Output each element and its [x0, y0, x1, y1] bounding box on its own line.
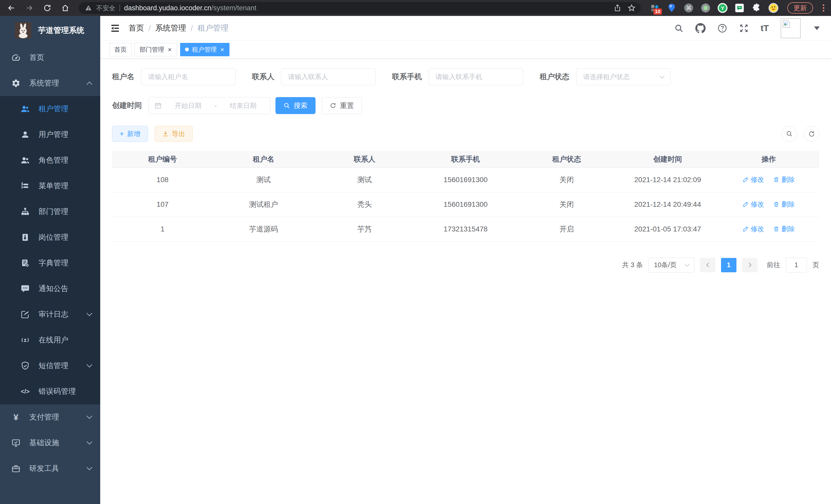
reset-button[interactable]: 重置	[322, 97, 362, 114]
start-date-placeholder[interactable]: 开始日期	[167, 101, 209, 110]
contact-input[interactable]	[281, 68, 376, 85]
sidebar-item-role[interactable]: 角色管理	[0, 147, 100, 173]
tab-dept[interactable]: 部门管理 ×	[135, 43, 177, 56]
cell-created: 2021-01-05 17:03:47	[617, 217, 718, 241]
sidebar-item-devtools[interactable]: 研发工具	[0, 456, 100, 481]
peoples-icon	[20, 104, 30, 114]
col-header-id: 租户编号	[112, 151, 213, 168]
edit-button[interactable]: 修改	[743, 225, 764, 234]
status-select[interactable]: 请选择租户状态	[576, 68, 671, 85]
header-search-icon[interactable]	[674, 24, 684, 33]
sidebar-item-error-code[interactable]: </> 错误码管理	[0, 379, 100, 404]
chevron-up-icon	[87, 82, 92, 87]
tags-view-bar: 首页 部门管理 × 租户管理 ×	[100, 40, 831, 59]
extension-balloon-icon[interactable]	[666, 3, 677, 13]
edit-button[interactable]: 修改	[743, 175, 764, 184]
chevron-down-icon	[87, 310, 92, 316]
browser-update-button[interactable]: 更新	[787, 2, 813, 13]
browser-reload-icon[interactable]	[42, 3, 52, 12]
sidebar-item-sms[interactable]: 短信管理	[0, 353, 100, 379]
sidebar-item-home[interactable]: 首页	[0, 45, 100, 70]
close-icon[interactable]: ×	[220, 46, 225, 53]
date-separator: -	[214, 102, 217, 110]
col-header-status: 租户状态	[516, 151, 617, 168]
breadcrumb-system[interactable]: 系统管理	[155, 23, 186, 33]
next-page-button[interactable]	[742, 258, 757, 272]
page-size-select[interactable]: 10条/页	[649, 258, 694, 272]
sidebar-item-system[interactable]: 系统管理	[0, 70, 100, 96]
goto-page-input[interactable]	[786, 258, 807, 272]
extension-chat-icon[interactable]	[735, 3, 745, 13]
share-icon[interactable]	[613, 4, 621, 12]
refresh-table-button[interactable]	[804, 126, 819, 142]
sidebar-item-infra[interactable]: 基础设施	[0, 430, 100, 456]
breadcrumb-home[interactable]: 首页	[128, 23, 144, 33]
sidebar-item-label: 首页	[29, 52, 44, 63]
delete-button[interactable]: 删除	[773, 200, 795, 209]
font-size-icon[interactable]: tT	[761, 23, 769, 33]
gear-icon	[11, 78, 21, 88]
app-logo[interactable]: 芋道管理系统	[0, 16, 100, 45]
extension-record-icon[interactable]	[700, 3, 711, 13]
avatar[interactable]	[781, 18, 801, 38]
sidebar-item-label: 研发工具	[29, 464, 59, 474]
extension-command-icon[interactable]: ⌘	[684, 3, 694, 13]
bookmark-star-icon[interactable]	[628, 4, 636, 12]
extension-yuque-icon[interactable]: Y	[717, 3, 728, 13]
tenant-name-input[interactable]	[141, 68, 236, 85]
address-bar[interactable]: 不安全 dashboard.yudao.iocoder.cn/system/te…	[79, 2, 641, 14]
tab-tenant[interactable]: 租户管理 ×	[180, 43, 229, 56]
sidebar-item-online-users[interactable]: 在线用户	[0, 327, 100, 353]
extension-emoji-avatar[interactable]	[768, 3, 779, 13]
sidebar-item-label: 部门管理	[38, 207, 68, 217]
help-icon[interactable]	[717, 23, 727, 33]
avatar-dropdown-caret[interactable]	[814, 26, 820, 30]
browser-forward-icon[interactable]	[25, 3, 34, 12]
sidebar-item-dept[interactable]: 部门管理	[0, 199, 100, 225]
page-1-button[interactable]: 1	[721, 258, 737, 272]
close-icon[interactable]: ×	[167, 46, 172, 53]
sidebar-item-tenant[interactable]: 租户管理	[0, 96, 100, 122]
export-button[interactable]: 导出	[155, 126, 193, 142]
edit-button[interactable]: 修改	[743, 200, 764, 209]
browser-back-icon[interactable]	[7, 3, 16, 12]
edit-pen-icon	[743, 226, 749, 232]
sidebar-item-notice[interactable]: 通知公告	[0, 276, 100, 302]
tab-home[interactable]: 首页	[110, 43, 132, 56]
browser-menu-icon[interactable]	[823, 4, 824, 11]
extension-puzzle-icon[interactable]	[751, 3, 762, 13]
url-domain: dashboard.yudao.iocoder.cn	[124, 4, 211, 12]
url-path: /system/tenant	[211, 4, 256, 12]
sidebar-item-user[interactable]: 用户管理	[0, 122, 100, 147]
extension-blocker-icon[interactable]: 10	[650, 3, 660, 13]
phone-input[interactable]	[429, 68, 523, 85]
sidebar-item-dict[interactable]: 字典管理	[0, 250, 100, 276]
sidebar-collapse-icon[interactable]	[110, 23, 121, 34]
sidebar-item-menu[interactable]: 菜单管理	[0, 173, 100, 199]
show-search-toggle-button[interactable]	[782, 126, 797, 142]
date-range-picker[interactable]: 开始日期 - 结束日期	[148, 97, 270, 114]
add-button[interactable]: + 新增	[112, 126, 148, 142]
end-date-placeholder[interactable]: 结束日期	[222, 101, 264, 110]
dictionary-icon	[20, 258, 30, 268]
delete-button[interactable]: 删除	[773, 175, 795, 184]
search-button[interactable]: 搜索	[276, 97, 316, 114]
url-text[interactable]: dashboard.yudao.iocoder.cn/system/tenant	[124, 4, 256, 12]
cell-name: 测试	[213, 168, 314, 192]
sidebar-item-label: 审计日志	[38, 309, 68, 320]
sidebar-item-payment[interactable]: ¥ 支付管理	[0, 404, 100, 430]
sidebar-item-label: 字典管理	[38, 258, 68, 268]
security-label[interactable]: 不安全	[96, 4, 115, 12]
table-row: 108 测试 测试 15601691300 关闭 2021-12-14 21:0…	[112, 168, 819, 192]
cell-created: 2021-12-14 21:02:09	[617, 168, 718, 192]
delete-button[interactable]: 删除	[773, 225, 795, 234]
github-icon[interactable]	[695, 23, 706, 33]
browser-home-icon[interactable]	[61, 3, 70, 12]
sidebar-item-label: 通知公告	[38, 284, 68, 294]
fullscreen-icon[interactable]	[739, 23, 749, 33]
sidebar-item-audit-log[interactable]: 审计日志	[0, 302, 100, 327]
sidebar-item-post[interactable]: 岗位管理	[0, 225, 100, 250]
yen-money-icon: ¥	[11, 412, 21, 422]
post-badge-icon	[20, 232, 30, 242]
prev-page-button[interactable]	[700, 258, 715, 272]
